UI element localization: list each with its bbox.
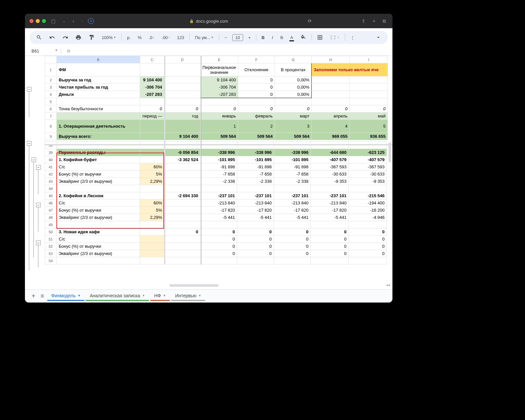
sheet-area: − − − − − − BCDEFGHI 1 bbox=[25, 56, 392, 302]
browser-titlebar: ▢ ⌄ ‹ › II 🔒 docs.google.com ⟳ ⇪ + ⧉ bbox=[25, 14, 392, 28]
text-color-button[interactable]: A bbox=[288, 34, 295, 41]
url-text: docs.google.com bbox=[196, 19, 228, 24]
horizontal-scrollbar[interactable] bbox=[169, 284, 219, 287]
new-tab-button[interactable]: + bbox=[371, 18, 377, 24]
name-box[interactable]: B61 ▼ bbox=[30, 48, 60, 54]
row-40[interactable]: 401. Кофейня-буфет-3 362 524-101 895-101… bbox=[45, 156, 387, 163]
row-44[interactable]: 44 bbox=[45, 185, 387, 192]
borders-button[interactable] bbox=[315, 33, 325, 42]
row-2[interactable]: 2Выручка за год9 104 4009 104 40000,00% bbox=[45, 76, 388, 84]
row-9[interactable]: 9Выручка всего:9 104 400509 564509 56450… bbox=[45, 133, 388, 140]
sheet-tab-bar: + ≡ Финмодель▼ Аналитическая записка▼ НФ… bbox=[25, 289, 392, 303]
maximize-window-button[interactable] bbox=[42, 19, 46, 23]
percent-button[interactable]: % bbox=[136, 34, 144, 41]
more-button[interactable]: ⋮ bbox=[348, 34, 357, 41]
tab-analytical-note[interactable]: Аналитическая записка▼ bbox=[86, 290, 149, 302]
merge-button[interactable]: ▼ bbox=[328, 33, 342, 42]
row-8[interactable]: 81. Операционная деятельность12345 bbox=[45, 120, 388, 133]
row-48[interactable]: 48Эквайринг (2/3 от выручки)2,29%-5 441-… bbox=[45, 214, 387, 221]
row-1[interactable]: 1 ФМ Первоначальное значение Отклонение … bbox=[45, 63, 388, 76]
add-sheet-button[interactable]: + bbox=[30, 291, 37, 301]
paint-format-button[interactable] bbox=[87, 33, 96, 42]
share-icon[interactable]: ⇪ bbox=[360, 18, 368, 24]
outline-toggle[interactable]: − bbox=[27, 87, 32, 92]
tab-interview[interactable]: Интервью▼ bbox=[171, 290, 205, 302]
row-45[interactable]: 452. Кофейня в Лесном-2 694 330-237 101-… bbox=[45, 192, 387, 200]
sheets-toolbar-wrap: 100% ▼ р. % .0↓ .00↑ 123 По ум... ▼ − 10… bbox=[25, 28, 392, 47]
row-53[interactable]: 53Эквайринг (2/3 от выручки)00000 bbox=[45, 250, 387, 257]
reload-button[interactable]: ⟳ bbox=[306, 18, 314, 24]
formula-bar-row: B61 ▼ │ fx bbox=[25, 47, 392, 56]
row-5[interactable]: 5 bbox=[45, 98, 388, 105]
row-50[interactable]: 503. Новая идея кафе000000 bbox=[45, 228, 387, 236]
fill-color-button[interactable] bbox=[298, 33, 308, 42]
zoom-dropdown[interactable]: 100% ▼ bbox=[100, 34, 118, 41]
scroll-arrows[interactable]: ◂ ▸ bbox=[386, 283, 390, 287]
strikethrough-button[interactable]: S bbox=[278, 34, 285, 41]
freeze-line-vertical[interactable] bbox=[164, 56, 165, 264]
window-controls bbox=[30, 19, 46, 23]
search-button[interactable] bbox=[34, 33, 44, 42]
tab-nf[interactable]: НФ▼ bbox=[150, 290, 170, 302]
undo-button[interactable] bbox=[47, 33, 57, 42]
increase-font-button[interactable]: + bbox=[246, 34, 253, 41]
collapse-toolbar-button[interactable] bbox=[373, 33, 383, 42]
row-3[interactable]: 3Чистая прибыль за год-306 704-306 70400… bbox=[45, 84, 388, 91]
row-51[interactable]: 51С/с00000 bbox=[45, 236, 387, 243]
column-split bbox=[201, 56, 201, 264]
outline-gutter: − − − − − − bbox=[25, 56, 45, 302]
row-group-split bbox=[45, 144, 392, 145]
row-41[interactable]: 41С/с60%-91 898-91 898-91 898-367 593-36… bbox=[45, 163, 387, 171]
back-button[interactable]: ‹ bbox=[71, 18, 76, 24]
outline-toggle[interactable]: − bbox=[32, 158, 36, 162]
lock-icon: 🔒 bbox=[189, 19, 194, 23]
row-39[interactable]: 39Переменные расходы-6 056 854-338 996-3… bbox=[45, 149, 387, 156]
tab-finmodel[interactable]: Финмодель▼ bbox=[47, 290, 84, 302]
minimize-window-button[interactable] bbox=[36, 19, 40, 23]
print-button[interactable] bbox=[74, 33, 83, 42]
row-4[interactable]: 4Деньги-207 283-207 28300,00% bbox=[45, 91, 388, 98]
chevron-down-icon[interactable]: ⌄ bbox=[61, 19, 67, 23]
sidebar-toggle-icon[interactable]: ▢ bbox=[49, 18, 57, 24]
italic-button[interactable]: I bbox=[270, 34, 275, 41]
row-49[interactable]: 49 bbox=[45, 221, 387, 228]
tabs-overview-icon[interactable]: ⧉ bbox=[381, 18, 388, 24]
outline-toggle[interactable]: − bbox=[36, 203, 41, 207]
row-6[interactable]: 6Точка безубыточности0000000 bbox=[45, 105, 388, 113]
all-sheets-button[interactable]: ≡ bbox=[39, 291, 46, 301]
column-headers[interactable]: BCDEFGHI bbox=[45, 56, 388, 63]
row-43[interactable]: 43Эквайринг (2/3 от выручки)2,29%-2 338-… bbox=[45, 178, 387, 185]
row-42[interactable]: 42Бонус (%) от выручки5%-7 658-7 658-7 6… bbox=[45, 171, 387, 178]
decrease-font-button[interactable]: − bbox=[222, 34, 229, 41]
grid[interactable]: BCDEFGHI 1 ФМ Первоначальное значение От… bbox=[45, 56, 392, 264]
shield-icon[interactable]: II bbox=[88, 18, 94, 24]
browser-window: ▢ ⌄ ‹ › II 🔒 docs.google.com ⟳ ⇪ + ⧉ 100… bbox=[25, 14, 392, 303]
bold-button[interactable]: B bbox=[260, 34, 266, 41]
address-bar[interactable]: 🔒 docs.google.com bbox=[189, 19, 228, 24]
decrease-decimal-button[interactable]: .0↓ bbox=[147, 34, 157, 41]
row-47[interactable]: 47Бонус (%) от выручки5%-17 820-17 820-1… bbox=[45, 207, 387, 214]
outline-toggle[interactable]: − bbox=[27, 141, 32, 146]
redo-button[interactable] bbox=[60, 33, 70, 42]
vertical-scrollbar[interactable] bbox=[388, 142, 391, 162]
font-family-dropdown[interactable]: По ум... ▼ bbox=[193, 34, 216, 41]
row-46[interactable]: 46С/с60%-213 840-213 840-213 840-213 840… bbox=[45, 200, 387, 207]
outline-toggle[interactable]: − bbox=[36, 241, 41, 245]
font-size-input[interactable]: 10 bbox=[232, 34, 243, 41]
currency-button[interactable]: р. bbox=[125, 34, 133, 41]
outline-toggle[interactable]: − bbox=[36, 165, 41, 170]
fx-label: fx bbox=[67, 49, 70, 53]
close-window-button[interactable] bbox=[30, 19, 33, 23]
forward-button[interactable]: › bbox=[79, 18, 85, 24]
row-7[interactable]: 7период —годянварьфевральмартапрельмай bbox=[45, 113, 388, 120]
increase-decimal-button[interactable]: .00↑ bbox=[160, 34, 172, 41]
row-52[interactable]: 52Бонус (%) от выручки00000 bbox=[45, 243, 387, 250]
row-54[interactable]: 54 bbox=[45, 257, 387, 264]
sheets-toolbar: 100% ▼ р. % .0↓ .00↑ 123 По ум... ▼ − 10… bbox=[30, 31, 388, 44]
number-format-button[interactable]: 123 bbox=[175, 34, 186, 41]
